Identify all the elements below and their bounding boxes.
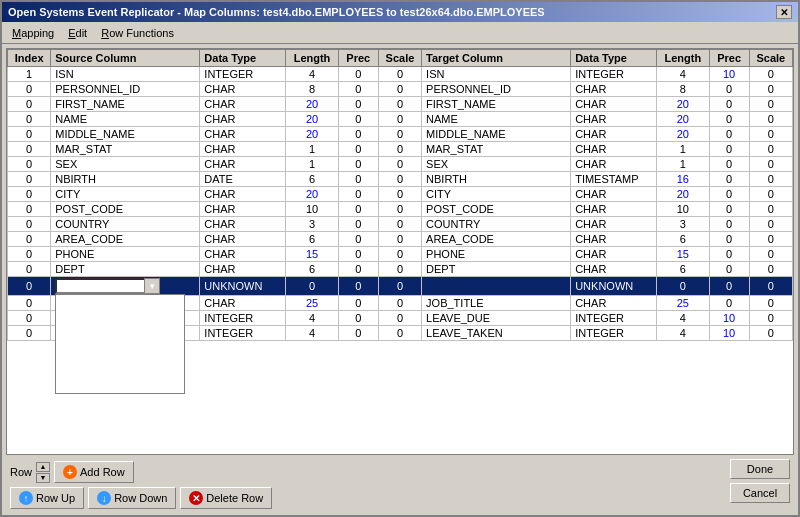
mapping-table-container[interactable]: Index Source Column Data Type Length Pre… <box>6 48 794 455</box>
cell-index: 0 <box>8 142 51 157</box>
cell-src-prec: 0 <box>338 262 378 277</box>
table-row[interactable]: 0 FIRST_NAME CHAR 20 0 0 FIRST_NAME CHAR… <box>8 97 793 112</box>
cell-tgt-scale: 0 <box>749 326 792 341</box>
cell-target: COUNTRY <box>422 217 571 232</box>
dropdown-option[interactable]: PERSONNEL_ID <box>56 309 184 323</box>
add-row-button[interactable]: + Add Row <box>54 461 134 483</box>
cell-tgt-type: CHAR <box>571 112 657 127</box>
header-src-datatype: Data Type <box>200 50 286 67</box>
header-src-length: Length <box>286 50 338 67</box>
cell-src-scale: 0 <box>378 277 421 296</box>
cell-tgt-scale: 0 <box>749 157 792 172</box>
cell-tgt-len: 4 <box>657 326 709 341</box>
cell-src-type: CHAR <box>200 187 286 202</box>
dropdown-option[interactable]: MAR_STAT <box>56 365 184 379</box>
cell-src-prec: 0 <box>338 97 378 112</box>
table-row[interactable]: 1 ISN INTEGER 4 0 0 ISN INTEGER 4 10 0 <box>8 67 793 82</box>
table-row[interactable]: 0 AREA_CODE CHAR 6 0 0 AREA_CODE CHAR 6 … <box>8 232 793 247</box>
cell-src-len: 1 <box>286 142 338 157</box>
cell-tgt-scale: 0 <box>749 67 792 82</box>
cell-tgt-prec: 0 <box>709 202 749 217</box>
header-src-prec: Prec <box>338 50 378 67</box>
cell-tgt-prec: 0 <box>709 247 749 262</box>
cell-src-type: UNKNOWN <box>200 277 286 296</box>
cell-src-scale: 0 <box>378 311 421 326</box>
cell-source[interactable]: ▼ ISNPERSONNEL_IDFIRST_NAMENAMEMIDDLE_NA… <box>51 277 200 296</box>
cell-src-len: 15 <box>286 247 338 262</box>
dropdown-arrow[interactable]: ▼ <box>144 278 160 294</box>
cell-tgt-scale: 0 <box>749 247 792 262</box>
cell-source: MAR_STAT <box>51 142 200 157</box>
cell-src-scale: 0 <box>378 82 421 97</box>
cell-tgt-type: INTEGER <box>571 326 657 341</box>
cell-src-prec: 0 <box>338 326 378 341</box>
cell-tgt-type: UNKNOWN <box>571 277 657 296</box>
menu-row-functions[interactable]: Row Functions <box>95 25 180 41</box>
cell-index: 0 <box>8 326 51 341</box>
dropdown-option[interactable]: FIRST_NAME <box>56 323 184 337</box>
table-row[interactable]: 0 MAR_STAT CHAR 1 0 0 MAR_STAT CHAR 1 0 … <box>8 142 793 157</box>
cell-src-prec: 0 <box>338 202 378 217</box>
cell-tgt-scale: 0 <box>749 217 792 232</box>
delete-row-button[interactable]: ✕ Delete Row <box>180 487 272 509</box>
menu-edit[interactable]: Edit <box>62 25 93 41</box>
cell-src-prec: 0 <box>338 82 378 97</box>
table-row[interactable]: 0 CITY CHAR 20 0 0 CITY CHAR 20 0 0 <box>8 187 793 202</box>
cell-src-len: 4 <box>286 67 338 82</box>
table-row[interactable]: 0 COUNTRY CHAR 3 0 0 COUNTRY CHAR 3 0 0 <box>8 217 793 232</box>
dropdown-option[interactable]: MIDDLE_NAME <box>56 351 184 365</box>
table-row[interactable]: 0 MIDDLE_NAME CHAR 20 0 0 MIDDLE_NAME CH… <box>8 127 793 142</box>
cell-source: COUNTRY <box>51 217 200 232</box>
row-down-button[interactable]: ↓ Row Down <box>88 487 176 509</box>
bottom-right-controls: Done Cancel <box>730 459 790 503</box>
dropdown-option[interactable]: ISN <box>56 295 184 309</box>
cell-tgt-prec: 0 <box>709 262 749 277</box>
header-source-column: Source Column <box>51 50 200 67</box>
cell-tgt-len: 8 <box>657 82 709 97</box>
table-row[interactable]: 0 POST_CODE CHAR 10 0 0 POST_CODE CHAR 1… <box>8 202 793 217</box>
row-up-small-button[interactable]: ▲ <box>36 462 50 472</box>
cell-src-type: CHAR <box>200 142 286 157</box>
cell-index: 0 <box>8 262 51 277</box>
cell-src-len: 8 <box>286 82 338 97</box>
cell-tgt-prec: 0 <box>709 187 749 202</box>
cell-src-len: 20 <box>286 127 338 142</box>
cell-target: NAME <box>422 112 571 127</box>
cell-tgt-prec: 10 <box>709 326 749 341</box>
dropdown-option[interactable]: SEX <box>56 379 184 393</box>
table-row[interactable]: 0 PERSONNEL_ID CHAR 8 0 0 PERSONNEL_ID C… <box>8 82 793 97</box>
menu-mapping[interactable]: Mapping <box>6 25 60 41</box>
cell-src-prec: 0 <box>338 247 378 262</box>
table-row[interactable]: 0 NBIRTH DATE 6 0 0 NBIRTH TIMESTAMP 16 … <box>8 172 793 187</box>
header-tgt-length: Length <box>657 50 709 67</box>
bottom-left-controls: Row ▲ ▼ + Add Row ↑ Row Up <box>10 459 272 509</box>
row-down-small-button[interactable]: ▼ <box>36 473 50 483</box>
cell-target: JOB_TITLE <box>422 296 571 311</box>
header-index: Index <box>8 50 51 67</box>
delete-row-icon: ✕ <box>189 491 203 505</box>
cell-tgt-type: CHAR <box>571 217 657 232</box>
cell-tgt-len: 15 <box>657 247 709 262</box>
table-row[interactable]: 0 NAME CHAR 20 0 0 NAME CHAR 20 0 0 <box>8 112 793 127</box>
cell-target: MAR_STAT <box>422 142 571 157</box>
cell-src-type: CHAR <box>200 127 286 142</box>
cell-src-prec: 0 <box>338 296 378 311</box>
cell-tgt-len: 20 <box>657 127 709 142</box>
close-button[interactable]: ✕ <box>776 5 792 19</box>
cell-tgt-len: 6 <box>657 262 709 277</box>
table-row[interactable]: 0 PHONE CHAR 15 0 0 PHONE CHAR 15 0 0 <box>8 247 793 262</box>
cancel-button[interactable]: Cancel <box>730 483 790 503</box>
dropdown-option[interactable]: NAME <box>56 337 184 351</box>
cell-src-len: 0 <box>286 277 338 296</box>
table-row[interactable]: 0 DEPT CHAR 6 0 0 DEPT CHAR 6 0 0 <box>8 262 793 277</box>
table-row[interactable]: 0 ▼ ISNPERSONNEL_IDFIRST_NAMENAMEMIDDLE_… <box>8 277 793 296</box>
cell-tgt-type: CHAR <box>571 262 657 277</box>
row-up-button[interactable]: ↑ Row Up <box>10 487 84 509</box>
done-button[interactable]: Done <box>730 459 790 479</box>
header-tgt-datatype: Data Type <box>571 50 657 67</box>
table-row[interactable]: 0 SEX CHAR 1 0 0 SEX CHAR 1 0 0 <box>8 157 793 172</box>
cell-target: PHONE <box>422 247 571 262</box>
cell-tgt-prec: 0 <box>709 97 749 112</box>
cell-src-len: 6 <box>286 172 338 187</box>
cell-target: POST_CODE <box>422 202 571 217</box>
